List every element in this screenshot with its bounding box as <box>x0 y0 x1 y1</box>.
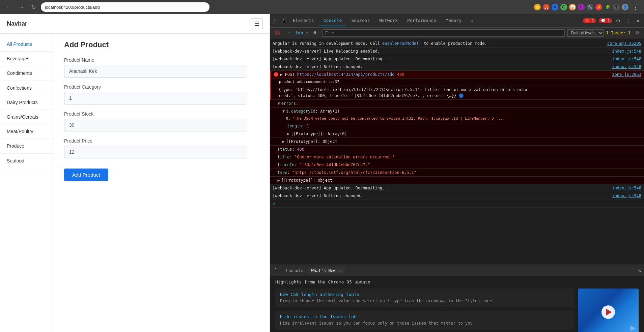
clear-console-button[interactable]: 🚫 <box>273 30 282 36</box>
extension-icon-9[interactable]: 🧩 <box>604 4 611 10</box>
console-line: [webpack-dev-server] App updated. Recomp… <box>270 184 644 192</box>
console-tree-line: ▶[[Prototype]]: Array(0) <box>270 130 644 138</box>
top-dropdown-icon[interactable]: ▾ <box>306 31 308 35</box>
console-output: Angular is running in development mode. … <box>270 38 644 265</box>
whats-new-item: Hide issues in the Issues tab Hide irrel… <box>275 311 574 330</box>
main-layout: Navbar ☰ All Products Beverages Condimen… <box>0 14 644 332</box>
sidebar-item-dairy[interactable]: Dairy Products <box>0 95 54 110</box>
extension-icon-4[interactable]: G <box>560 4 567 10</box>
product-stock-label: Product Stock <box>64 111 259 117</box>
tab-memory[interactable]: Memory <box>441 15 466 26</box>
console-line: [webpack-dev-server] Live Reloading enab… <box>270 48 644 55</box>
sidebar-item-produce[interactable]: Produce <box>0 139 54 153</box>
add-product-button[interactable]: Add Product <box>64 169 108 181</box>
console-source[interactable]: index.js:548 <box>612 193 641 199</box>
youtube-icon: ▶ <box>630 322 636 332</box>
sidebar-item-beverages[interactable]: Beverages <box>0 52 54 66</box>
product-name-label: Product Name <box>64 57 259 63</box>
console-text: ▼errors: <box>273 100 641 107</box>
console-source[interactable]: index.js:548 <box>612 56 641 62</box>
forward-button[interactable]: → <box>16 2 26 12</box>
tab-more[interactable]: » <box>466 15 478 26</box>
bottom-panel-close-icon[interactable]: ✕ <box>638 267 641 274</box>
devtools-inspect-icon[interactable]: ⬚ <box>273 17 280 25</box>
extension-icon-7[interactable]: 🔧 <box>587 4 593 10</box>
console-source[interactable]: index.js:548 <box>612 64 641 70</box>
sidebar-item-grains[interactable]: Grains/Cereals <box>0 110 54 124</box>
console-text: status: 400 <box>273 146 641 152</box>
bottom-tab-console[interactable]: Console <box>283 267 307 274</box>
console-source[interactable]: index.js:548 <box>612 185 641 191</box>
extension-icon-1[interactable]: ⭐ <box>534 4 541 10</box>
extension-icon-6[interactable]: L <box>578 4 585 10</box>
console-text: Angular is running in development mode. … <box>273 40 605 47</box>
reload-button[interactable]: ↻ <box>29 2 38 12</box>
extension-icon-10[interactable]: T <box>613 4 620 10</box>
console-text: traceId: "|83a1c0ee-441db2ebbd767ce7." <box>273 162 641 168</box>
console-source[interactable]: zone.js:2863 <box>612 71 641 78</box>
log-level-dropdown[interactable]: Default levels Verbose Info Warnings Err… <box>567 29 604 37</box>
whats-new-item: New CSS length authoring tools Drag to c… <box>275 289 574 307</box>
bottom-panel-menu[interactable]: ⋮ <box>273 267 279 274</box>
sidebar-item-meat[interactable]: Meat/Poultry <box>0 124 54 139</box>
extension-icon-5[interactable]: 📊 <box>569 4 576 10</box>
whats-new-item-title[interactable]: Hide issues in the Issues tab <box>280 314 569 319</box>
devtools-device-icon[interactable]: 📱 <box>280 17 288 25</box>
bottom-content: Highlights from the Chrome 95 update New… <box>270 276 644 332</box>
product-stock-input[interactable] <box>64 119 246 131</box>
console-tree-line: ▶[[Prototype]]: Object <box>270 138 644 146</box>
sidebar-item-seafood[interactable]: Seafood <box>0 154 54 168</box>
devtools-more-icon[interactable]: ⋮ <box>624 17 632 25</box>
devtools-close-icon[interactable]: ✕ <box>635 17 641 25</box>
tab-elements[interactable]: Elements <box>288 15 319 26</box>
console-text: ▶[[Prototype]]: Object <box>273 177 641 183</box>
tab-console[interactable]: Console <box>319 15 347 26</box>
sidebar-item-all-products[interactable]: All Products <box>0 37 54 52</box>
browser-chrome: ← → ↻ localhost:4200/products/add ⭐ 🦊 M … <box>0 0 644 14</box>
console-error-detail: product-add.component.ts:37 <box>270 79 644 86</box>
filter-toggle-button[interactable]: ⚬ <box>285 30 292 36</box>
console-tree-line: length: 1 <box>270 122 644 130</box>
console-tree-line: title: "One or more validation errors oc… <box>270 153 644 161</box>
extension-icon-3[interactable]: M <box>552 4 558 10</box>
tab-sources[interactable]: Sources <box>346 15 374 26</box>
sidebar: All Products Beverages Condiments Confec… <box>0 34 54 332</box>
product-price-input[interactable] <box>64 146 246 158</box>
content-area: All Products Beverages Condiments Confec… <box>0 34 270 332</box>
video-play-button[interactable] <box>601 305 615 319</box>
whats-new-close-icon[interactable]: ✕ <box>339 269 342 273</box>
top-context-label[interactable]: top <box>295 30 303 35</box>
console-line: [webpack-dev-server] App updated. Recomp… <box>270 55 644 63</box>
navbar-brand: Navbar <box>7 20 27 27</box>
whats-new-video-thumbnail[interactable]: ▶ <box>578 289 639 332</box>
console-filter-input[interactable] <box>322 29 565 37</box>
hamburger-button[interactable]: ☰ <box>251 18 263 29</box>
product-category-input[interactable] <box>64 92 246 104</box>
console-text: 0: "The JSON value could not be converte… <box>273 116 641 122</box>
menu-button[interactable]: ⋮ <box>631 2 641 12</box>
address-bar[interactable]: localhost:4200/products/add <box>41 2 209 12</box>
whats-new-grid: New CSS length authoring tools Drag to c… <box>275 289 639 332</box>
back-button[interactable]: ← <box>3 2 13 12</box>
console-source[interactable]: index.js:548 <box>612 48 641 54</box>
sidebar-item-confections[interactable]: Confections <box>0 81 54 95</box>
extension-icon-2[interactable]: 🦊 <box>543 4 550 10</box>
url-text: localhost:4200/products/add <box>45 5 100 10</box>
settings-icon[interactable]: ⚙ <box>633 30 641 36</box>
console-text: ▶ POST https://localhost:44324/api/produ… <box>280 71 609 78</box>
devtools-action-icons: 🔴 1 💬 1 ⚙ ⋮ ✕ <box>583 17 642 25</box>
sidebar-item-condiments[interactable]: Condiments <box>0 66 54 81</box>
console-text: [webpack-dev-server] Nothing changed. <box>273 64 609 70</box>
tab-performance[interactable]: Performance <box>402 15 441 26</box>
browser-icons: ⭐ 🦊 M G 📊 L 🔧 ⚡ 🧩 T 👤 ⋮ <box>534 2 641 12</box>
bottom-tab-whats-new[interactable]: What's New ✕ <box>308 267 345 274</box>
console-source[interactable]: core.mjs:25205 <box>607 40 641 47</box>
whats-new-item-desc: Drag to change the unit value and select… <box>280 298 569 304</box>
eye-icon[interactable]: 👁 <box>311 30 319 36</box>
whats-new-item-title[interactable]: New CSS length authoring tools <box>280 292 569 297</box>
avatar[interactable]: 👤 <box>622 4 628 10</box>
product-name-input[interactable] <box>64 65 246 78</box>
devtools-settings-icon[interactable]: ⚙ <box>615 17 622 25</box>
extension-icon-8[interactable]: ⚡ <box>595 4 602 10</box>
tab-network[interactable]: Network <box>374 15 402 26</box>
